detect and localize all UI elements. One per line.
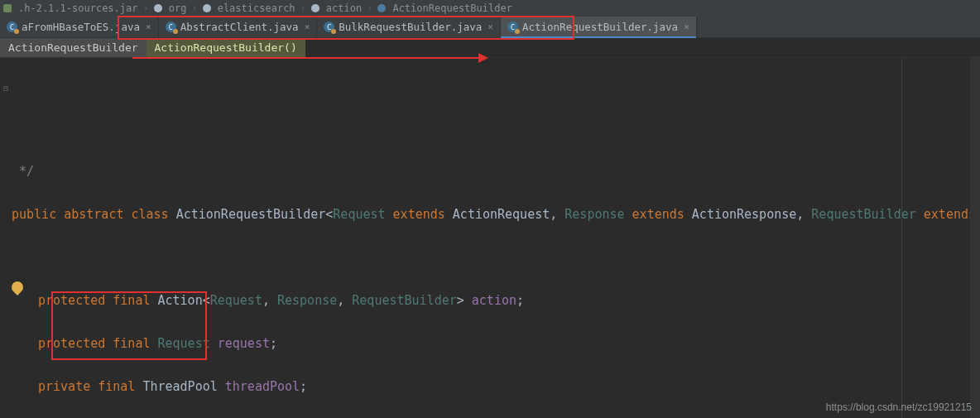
editor-tab[interactable]: C aFromHBaseToES.java × [0, 17, 159, 37]
class-icon [377, 4, 386, 12]
java-class-icon: C [7, 22, 17, 32]
package-icon [311, 4, 319, 12]
java-class-icon: C [507, 22, 518, 32]
package-icon [154, 4, 162, 12]
nav-member-chip[interactable]: ActionRequestBuilder() [147, 38, 305, 57]
editor-tab-active[interactable]: C ActionRequestBuilder.java × [501, 17, 697, 37]
close-icon[interactable]: × [146, 22, 151, 32]
package-icon [203, 4, 211, 12]
jar-icon [3, 4, 12, 12]
tab-label: AbstractClient.java [180, 21, 299, 33]
editor-tab-bar: C aFromHBaseToES.java × C AbstractClient… [0, 17, 980, 38]
java-class-icon: C [166, 22, 176, 32]
code-line: protected final Request request; [7, 333, 980, 354]
breadcrumb-bar: .h-2.1.1-sources.jar › org › elasticsear… [0, 0, 980, 17]
close-icon[interactable]: × [305, 22, 310, 32]
crumb[interactable]: action [326, 2, 362, 14]
code-line [7, 247, 980, 268]
code-line: */ [7, 161, 980, 182]
tab-label: ActionRequestBuilder.java [522, 21, 678, 33]
editor-tab[interactable]: C AbstractClient.java × [159, 17, 318, 37]
editor-scrollbar[interactable] [970, 56, 980, 418]
nav-class-chip[interactable]: ActionRequestBuilder [0, 38, 147, 57]
close-icon[interactable]: × [488, 22, 493, 32]
crumb[interactable]: .h-2.1.1-sources.jar [18, 2, 138, 14]
code-line: protected final Action<Request, Response… [7, 290, 980, 311]
code-line: public abstract class ActionRequestBuild… [7, 204, 980, 225]
close-icon[interactable]: × [684, 22, 689, 32]
editor-tab[interactable]: C BulkRequestBuilder.java × [317, 17, 501, 37]
tab-label: aFromHBaseToES.java [22, 21, 140, 33]
fold-icon[interactable]: ⊟ [2, 78, 10, 99]
crumb[interactable]: elasticsearch [218, 2, 295, 14]
margin-guide [901, 58, 902, 418]
crumb[interactable]: ActionRequestBuilder [392, 2, 512, 14]
editor-gutter: ⊟ [0, 58, 28, 418]
code-editor[interactable]: ⊟ */ public abstract class ActionRequest… [0, 58, 980, 418]
watermark-text: https://blog.csdn.net/zc19921215 [826, 401, 972, 413]
crumb[interactable]: org [169, 2, 187, 14]
code-body: */ public abstract class ActionRequestBu… [7, 139, 980, 418]
tab-label: BulkRequestBuilder.java [339, 21, 482, 33]
java-class-icon: C [324, 22, 334, 32]
intention-bulb-icon[interactable] [9, 279, 26, 295]
structure-nav-bar: ActionRequestBuilder ActionRequestBuilde… [0, 38, 980, 58]
code-line: private final ThreadPool threadPool; [7, 376, 980, 397]
